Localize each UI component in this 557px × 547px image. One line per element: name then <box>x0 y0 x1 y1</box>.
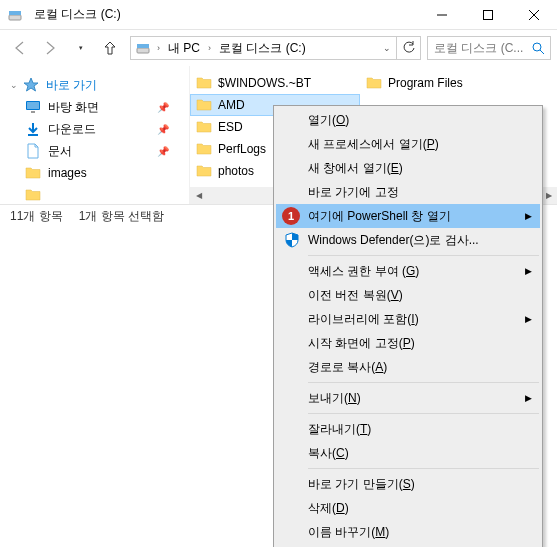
search-input[interactable]: 로컬 디스크 (C... <box>427 36 551 60</box>
chevron-right-icon: ▶ <box>525 211 532 221</box>
badge-icon: 1 <box>282 207 300 225</box>
menu-item[interactable]: 바로 가기에 고정 <box>276 180 540 204</box>
menu-item-label: 라이브러리에 포함(I) <box>308 311 419 328</box>
sidebar-item[interactable]: 다운로드📌 <box>0 118 189 140</box>
svg-rect-1 <box>9 11 21 15</box>
menu-item-label: 시작 화면에 고정(P) <box>308 335 415 352</box>
menu-item-label: Windows Defender(으)로 검사... <box>308 232 479 249</box>
file-name: Program Files <box>388 76 463 90</box>
menu-item[interactable]: 라이브러리에 포함(I)▶ <box>276 307 540 331</box>
folder-icon <box>196 75 212 91</box>
sidebar-item[interactable]: 문서📌 <box>0 140 189 162</box>
breadcrumb-segment[interactable]: 내 PC <box>164 37 204 59</box>
chevron-down-icon[interactable]: ⌄ <box>10 80 22 90</box>
titlebar: 로컬 디스크 (C:) <box>0 0 557 30</box>
refresh-button[interactable] <box>396 37 420 59</box>
recent-button[interactable]: ▾ <box>66 34 94 62</box>
minimize-button[interactable] <box>419 0 465 30</box>
svg-rect-6 <box>137 48 149 53</box>
menu-item[interactable]: Windows Defender(으)로 검사... <box>276 228 540 252</box>
menu-item[interactable]: 새 프로세스에서 열기(P) <box>276 132 540 156</box>
menu-item[interactable]: 보내기(N)▶ <box>276 386 540 410</box>
menu-item-label: 열기(O) <box>308 112 349 129</box>
menu-item[interactable]: 시작 화면에 고정(P) <box>276 331 540 355</box>
menu-item-label: 바로 가기에 고정 <box>308 184 399 201</box>
sidebar-quick-access[interactable]: ⌄ 바로 가기 <box>0 74 189 96</box>
svg-rect-0 <box>9 15 21 20</box>
star-icon <box>22 77 40 93</box>
menu-item-label: 복사(C) <box>308 445 349 462</box>
sidebar-item[interactable]: images <box>0 162 189 184</box>
context-menu: 열기(O)새 프로세스에서 열기(P)새 창에서 열기(E)바로 가기에 고정1… <box>273 105 543 547</box>
forward-button[interactable] <box>36 34 64 62</box>
menu-item[interactable]: 이전 버전 복원(V) <box>276 283 540 307</box>
menu-item-label: 새 창에서 열기(E) <box>308 160 403 177</box>
pin-icon: 📌 <box>157 146 169 157</box>
menu-item[interactable]: 새 창에서 열기(E) <box>276 156 540 180</box>
address-bar[interactable]: › 내 PC › 로컬 디스크 (C:) ⌄ <box>130 36 421 60</box>
chevron-right-icon: ▶ <box>525 266 532 276</box>
folder-icon <box>24 165 42 181</box>
menu-item[interactable]: 삭제(D) <box>276 496 540 520</box>
navbar: ▾ › 내 PC › 로컬 디스크 (C:) ⌄ 로컬 디스크 (C... <box>0 30 557 66</box>
maximize-button[interactable] <box>465 0 511 30</box>
svg-rect-11 <box>27 102 39 109</box>
folder-icon <box>196 97 212 113</box>
folder-icon <box>366 75 382 91</box>
sidebar-item-label: images <box>48 166 87 180</box>
back-button[interactable] <box>6 34 34 62</box>
menu-item-label: 이전 버전 복원(V) <box>308 287 403 304</box>
chevron-right-icon: ▶ <box>525 314 532 324</box>
drive-icon <box>135 40 151 56</box>
menu-item-label: 경로로 복사(A) <box>308 359 387 376</box>
file-item[interactable]: Program Files <box>360 72 469 94</box>
sidebar-item[interactable]: 바탕 화면📌 <box>0 96 189 118</box>
sidebar-item[interactable] <box>0 184 189 206</box>
folder-icon <box>196 119 212 135</box>
downloads-icon <box>24 121 42 137</box>
menu-item[interactable]: 복사(C) <box>276 441 540 465</box>
chevron-right-icon: ▶ <box>525 393 532 403</box>
svg-point-8 <box>533 43 541 51</box>
menu-item[interactable]: 이름 바꾸기(M) <box>276 520 540 544</box>
chevron-right-icon[interactable]: › <box>153 43 164 53</box>
menu-item[interactable]: 열기(O) <box>276 108 540 132</box>
menu-item[interactable]: 액세스 권한 부여 (G)▶ <box>276 259 540 283</box>
folder-icon <box>196 141 212 157</box>
breadcrumb-segment[interactable]: 로컬 디스크 (C:) <box>215 37 310 59</box>
address-dropdown-button[interactable]: ⌄ <box>376 43 396 53</box>
search-icon[interactable] <box>526 42 550 55</box>
sidebar-item-label: 다운로드 <box>48 121 96 138</box>
menu-item[interactable]: 1여기에 PowerShell 창 열기▶ <box>276 204 540 228</box>
drive-icon <box>0 7 30 23</box>
menu-item[interactable]: 바로 가기 만들기(S) <box>276 472 540 496</box>
file-item[interactable]: $WINDOWS.~BT <box>190 72 360 94</box>
sidebar-item-label: 바로 가기 <box>46 77 97 94</box>
folder-icon <box>196 163 212 179</box>
file-name: AMD <box>218 98 245 112</box>
up-button[interactable] <box>96 34 124 62</box>
menu-item[interactable]: 경로로 복사(A) <box>276 355 540 379</box>
desktop-icon <box>24 99 42 115</box>
file-name: PerfLogs <box>218 142 266 156</box>
menu-item-label: 액세스 권한 부여 (G) <box>308 263 419 280</box>
status-item-count: 11개 항목 <box>10 208 63 225</box>
menu-separator <box>308 382 539 383</box>
svg-rect-7 <box>137 44 149 48</box>
menu-item[interactable]: 잘라내기(T) <box>276 417 540 441</box>
chevron-right-icon[interactable]: › <box>204 43 215 53</box>
file-name: ESD <box>218 120 243 134</box>
menu-item-label: 보내기(N) <box>308 390 361 407</box>
documents-icon <box>24 143 42 159</box>
search-placeholder: 로컬 디스크 (C... <box>428 40 526 57</box>
pin-icon: 📌 <box>157 124 169 135</box>
shield-icon <box>284 232 300 248</box>
scroll-left-button[interactable]: ◀ <box>190 187 207 204</box>
menu-separator <box>308 255 539 256</box>
file-name: $WINDOWS.~BT <box>218 76 311 90</box>
close-button[interactable] <box>511 0 557 30</box>
menu-separator <box>308 468 539 469</box>
sidebar-item-label: 바탕 화면 <box>48 99 99 116</box>
status-selection-count: 1개 항목 선택함 <box>79 208 164 225</box>
menu-item-label: 삭제(D) <box>308 500 349 517</box>
